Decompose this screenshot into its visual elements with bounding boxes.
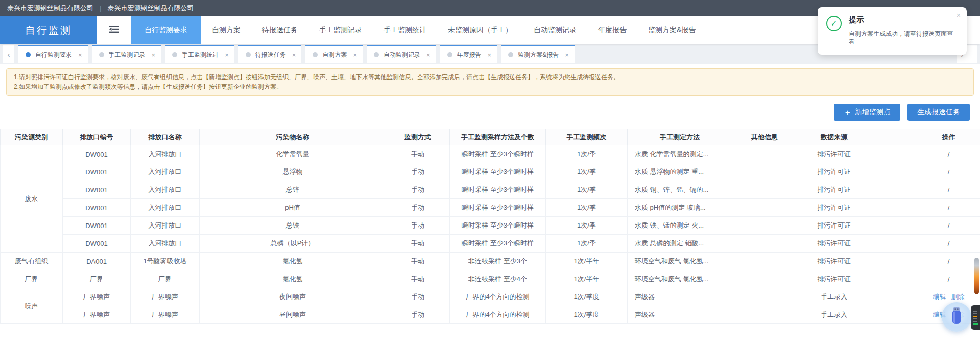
table-cell: 手工录入 — [797, 306, 871, 324]
table-cell — [871, 217, 917, 235]
table-cell: 声级器 — [628, 306, 732, 324]
nav-item-未监测原因（手工）[interactable]: 未监测原因（手工） — [437, 16, 523, 44]
company-name-secondary: 泰兴市宏源钢丝制品有限公司 — [107, 4, 194, 13]
table-cell: 瞬时采样 至少3个瞬时样 — [450, 145, 546, 163]
tabs-scroll-left-button[interactable]: ‹ — [3, 45, 14, 63]
table-cell: 入河排放口 — [131, 235, 200, 253]
tab-close-icon[interactable]: × — [426, 51, 431, 59]
nav-item-手工监测统计[interactable]: 手工监测统计 — [373, 16, 437, 44]
table-cell: 入河排放口 — [131, 163, 200, 181]
tab-close-icon[interactable]: × — [152, 51, 156, 59]
source-category-cell: 废水 — [1, 145, 63, 253]
table-cell: 1次/季 — [546, 199, 628, 217]
table-body: 废水DW001入河排放口化学需氧量手动瞬时采样 至少3个瞬时样1次/季水质 化学… — [1, 145, 980, 324]
tab-close-icon[interactable]: × — [488, 51, 492, 59]
table-cell — [732, 181, 797, 199]
action-none: / — [948, 240, 950, 247]
column-header-手工监测采样方法及个数: 手工监测采样方法及个数 — [450, 129, 546, 145]
tabbar-endcap — [968, 45, 977, 63]
table-cell: 厂界噪声 — [131, 288, 200, 306]
tab-close-icon[interactable]: × — [225, 51, 229, 59]
column-header-污染源类别: 污染源类别 — [1, 129, 63, 145]
nav-item-手工监测记录[interactable]: 手工监测记录 — [308, 16, 373, 44]
table-cell: 悬浮物 — [200, 163, 386, 181]
table-cell: DW001 — [63, 217, 131, 235]
tab-手工监测统计[interactable]: 手工监测统计× — [165, 45, 234, 63]
table-cell: 厂界噪声 — [131, 306, 200, 324]
generate-report-task-button[interactable]: 生成报送任务 — [907, 104, 970, 121]
table-cell — [732, 163, 797, 181]
separator: | — [100, 5, 101, 12]
nav-item-自测方案[interactable]: 自测方案 — [201, 16, 251, 44]
tab-手工监测记录[interactable]: 手工监测记录× — [92, 45, 161, 63]
table-row: DW001入河排放口悬浮物手动瞬时采样 至少3个瞬时样1次/季水质 悬浮物的测定… — [1, 163, 980, 181]
table-cell — [871, 199, 917, 217]
column-header-排放口名称: 排放口名称 — [131, 129, 200, 145]
table-cell: 瞬时采样 至少3个瞬时样 — [450, 181, 546, 199]
table-cell — [871, 235, 917, 253]
table-cell: 1次/半年 — [546, 270, 628, 288]
column-header-手工测定方法: 手工测定方法 — [628, 129, 732, 145]
tab-status-dot — [313, 52, 318, 57]
nav-item-年度报告[interactable]: 年度报告 — [587, 16, 637, 44]
table-cell: 厂界 — [131, 270, 200, 288]
table-cell: 手动 — [386, 288, 450, 306]
tab-close-icon[interactable]: × — [565, 51, 569, 59]
tab-自行监测要求[interactable]: 自行监测要求× — [18, 45, 88, 63]
table-cell: 水质 铜、锌、铅、镉的... — [628, 181, 732, 199]
table-cell — [732, 145, 797, 163]
nav-item-待报送任务[interactable]: 待报送任务 — [251, 16, 308, 44]
tab-status-dot — [172, 52, 177, 57]
plus-icon: ＋ — [844, 108, 851, 117]
tab-close-icon[interactable]: × — [353, 51, 357, 59]
usb-drive-icon — [950, 307, 963, 327]
nav-item-自动监测记录[interactable]: 自动监测记录 — [523, 16, 587, 44]
action-none: / — [948, 186, 950, 194]
table-cell: 排污许可证 — [797, 270, 871, 288]
table-cell: 排污许可证 — [797, 163, 871, 181]
usb-device-button[interactable] — [942, 302, 971, 332]
tab-close-icon[interactable]: × — [292, 51, 296, 59]
nav-item-自行监测要求[interactable]: 自行监测要求 — [131, 16, 201, 44]
action-cell: / — [917, 235, 980, 253]
table-cell: 氯化氢 — [200, 253, 386, 270]
tab-label: 待报送任务 — [255, 51, 286, 59]
tab-close-icon[interactable]: × — [78, 51, 82, 59]
table-cell: DW001 — [63, 145, 131, 163]
table-cell: 排污许可证 — [797, 145, 871, 163]
add-monitor-point-button[interactable]: ＋ 新增监测点 — [834, 104, 900, 121]
table-cell: 厂界 — [63, 270, 131, 288]
table-cell: 昼间噪声 — [200, 306, 386, 324]
success-check-icon: ✓ — [826, 16, 842, 31]
table-cell — [732, 217, 797, 235]
table-cell: 排污许可证 — [797, 199, 871, 217]
tab-自测方案[interactable]: 自测方案× — [305, 45, 363, 63]
table-cell: 1次/季度 — [546, 288, 628, 306]
tab-label: 年度报告 — [457, 51, 482, 59]
table-cell — [871, 163, 917, 181]
table-cell: 手动 — [386, 235, 450, 253]
table-cell — [732, 199, 797, 217]
column-header-排放口编号: 排放口编号 — [63, 129, 131, 145]
table-cell — [732, 270, 797, 288]
tab-待报送任务[interactable]: 待报送任务× — [238, 45, 302, 63]
table-cell — [732, 306, 797, 324]
tab-监测方案&报告[interactable]: 监测方案&报告× — [501, 45, 575, 63]
table-cell: 入河排放口 — [131, 217, 200, 235]
toast-close-icon[interactable]: × — [957, 12, 961, 19]
tab-年度报告[interactable]: 年度报告× — [440, 45, 497, 63]
table-row: 厂界厂界厂界氯化氢手动非连续采样 至少4个1次/半年环境空气和废气 氯化氢...… — [1, 270, 980, 288]
scrollbar-indicator[interactable] — [974, 258, 979, 294]
action-cell: / — [917, 145, 980, 163]
table-cell: DW001 — [63, 235, 131, 253]
table-row: 噪声厂界噪声厂界噪声夜间噪声手动厂界的4个方向的检测1次/季度声级器手工录入编辑… — [1, 288, 980, 306]
nav-item-监测方案&报告[interactable]: 监测方案&报告 — [637, 16, 706, 44]
instruction-notice: 1.请对照排污许可证自行监测要求，核对废水、废气有组织信息，点击【新增监测点】按… — [6, 68, 974, 96]
tab-label: 手工监测记录 — [109, 51, 146, 59]
table-cell — [871, 181, 917, 199]
collapse-menu-button[interactable] — [97, 16, 131, 44]
open-tabs: 自行监测要求×手工监测记录×手工监测统计×待报送任务×自测方案×自动监测记录×年… — [18, 45, 952, 63]
tab-自动监测记录[interactable]: 自动监测记录× — [367, 45, 436, 63]
source-category-cell: 废气有组织 — [1, 253, 63, 270]
column-header-数据来源: 数据来源 — [797, 129, 871, 145]
